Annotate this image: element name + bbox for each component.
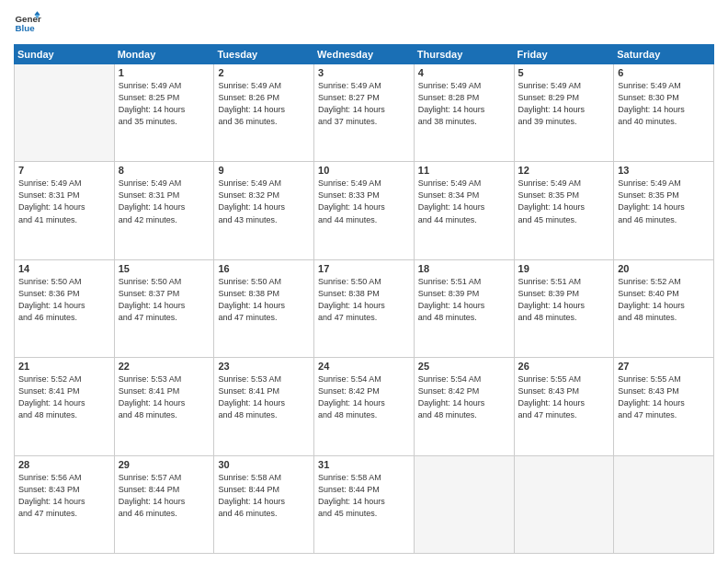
week-row: 1Sunrise: 5:49 AMSunset: 8:25 PMDaylight… xyxy=(15,64,714,162)
day-info: Sunrise: 5:54 AMSunset: 8:42 PMDaylight:… xyxy=(318,373,410,421)
day-number: 22 xyxy=(119,361,210,372)
day-cell: 15Sunrise: 5:50 AMSunset: 8:37 PMDayligh… xyxy=(114,259,214,357)
day-cell: 23Sunrise: 5:53 AMSunset: 8:41 PMDayligh… xyxy=(214,358,314,455)
day-cell: 14Sunrise: 5:50 AMSunset: 8:36 PMDayligh… xyxy=(15,259,115,357)
day-cell: 6Sunrise: 5:49 AMSunset: 8:30 PMDaylight… xyxy=(614,64,714,162)
day-number: 17 xyxy=(318,263,410,274)
day-cell: 22Sunrise: 5:53 AMSunset: 8:41 PMDayligh… xyxy=(114,358,214,455)
header: General Blue xyxy=(14,9,714,37)
day-info: Sunrise: 5:49 AMSunset: 8:35 PMDaylight:… xyxy=(518,178,610,225)
day-info: Sunrise: 5:49 AMSunset: 8:26 PMDaylight:… xyxy=(218,80,310,128)
day-number: 7 xyxy=(18,165,110,176)
day-cell: 2Sunrise: 5:49 AMSunset: 8:26 PMDaylight… xyxy=(214,64,314,162)
day-info: Sunrise: 5:49 AMSunset: 8:35 PMDaylight:… xyxy=(618,178,710,225)
day-cell: 27Sunrise: 5:55 AMSunset: 8:43 PMDayligh… xyxy=(614,358,714,455)
day-number: 18 xyxy=(418,263,510,274)
day-info: Sunrise: 5:50 AMSunset: 8:38 PMDaylight:… xyxy=(218,276,310,324)
day-info: Sunrise: 5:50 AMSunset: 8:36 PMDaylight:… xyxy=(18,276,110,324)
day-cell: 25Sunrise: 5:54 AMSunset: 8:42 PMDayligh… xyxy=(414,358,514,455)
day-info: Sunrise: 5:58 AMSunset: 8:44 PMDaylight:… xyxy=(318,472,410,520)
day-number: 11 xyxy=(418,165,510,176)
day-info: Sunrise: 5:57 AMSunset: 8:44 PMDaylight:… xyxy=(119,472,210,520)
day-info: Sunrise: 5:49 AMSunset: 8:32 PMDaylight:… xyxy=(218,178,310,225)
calendar-table: SundayMondayTuesdayWednesdayThursdayFrid… xyxy=(14,44,714,554)
day-number: 13 xyxy=(618,165,710,176)
week-row: 7Sunrise: 5:49 AMSunset: 8:31 PMDaylight… xyxy=(15,162,714,259)
day-number: 6 xyxy=(618,67,710,78)
day-number: 14 xyxy=(18,263,110,274)
day-number: 30 xyxy=(218,459,310,470)
day-header-saturday: Saturday xyxy=(614,45,714,64)
empty-day-cell xyxy=(614,455,714,553)
day-cell: 7Sunrise: 5:49 AMSunset: 8:31 PMDaylight… xyxy=(15,162,115,259)
day-cell: 11Sunrise: 5:49 AMSunset: 8:34 PMDayligh… xyxy=(414,162,514,259)
svg-text:Blue: Blue xyxy=(16,23,36,33)
logo: General Blue xyxy=(14,9,41,37)
day-info: Sunrise: 5:58 AMSunset: 8:44 PMDaylight:… xyxy=(218,472,310,520)
day-number: 9 xyxy=(218,165,310,176)
day-number: 15 xyxy=(119,263,210,274)
day-header-sunday: Sunday xyxy=(15,45,115,64)
day-info: Sunrise: 5:53 AMSunset: 8:41 PMDaylight:… xyxy=(119,373,210,421)
page: General Blue SundayMondayTuesdayWednesda… xyxy=(0,0,728,563)
day-cell: 8Sunrise: 5:49 AMSunset: 8:31 PMDaylight… xyxy=(114,162,214,259)
day-info: Sunrise: 5:49 AMSunset: 8:34 PMDaylight:… xyxy=(418,178,510,225)
day-info: Sunrise: 5:50 AMSunset: 8:37 PMDaylight:… xyxy=(119,276,210,324)
day-header-thursday: Thursday xyxy=(414,45,514,64)
day-number: 20 xyxy=(618,263,710,274)
day-cell: 10Sunrise: 5:49 AMSunset: 8:33 PMDayligh… xyxy=(314,162,415,259)
day-number: 27 xyxy=(618,361,710,372)
day-number: 29 xyxy=(119,459,210,470)
day-cell: 9Sunrise: 5:49 AMSunset: 8:32 PMDaylight… xyxy=(214,162,314,259)
day-cell: 29Sunrise: 5:57 AMSunset: 8:44 PMDayligh… xyxy=(114,455,214,553)
day-info: Sunrise: 5:51 AMSunset: 8:39 PMDaylight:… xyxy=(518,276,610,324)
day-cell: 21Sunrise: 5:52 AMSunset: 8:41 PMDayligh… xyxy=(15,358,115,455)
week-row: 21Sunrise: 5:52 AMSunset: 8:41 PMDayligh… xyxy=(15,358,714,455)
empty-day-cell xyxy=(414,455,514,553)
day-cell: 18Sunrise: 5:51 AMSunset: 8:39 PMDayligh… xyxy=(414,259,514,357)
day-info: Sunrise: 5:51 AMSunset: 8:39 PMDaylight:… xyxy=(418,276,510,324)
empty-day-cell xyxy=(15,64,115,162)
day-cell: 5Sunrise: 5:49 AMSunset: 8:29 PMDaylight… xyxy=(514,64,614,162)
day-info: Sunrise: 5:49 AMSunset: 8:30 PMDaylight:… xyxy=(618,80,710,128)
day-cell: 28Sunrise: 5:56 AMSunset: 8:43 PMDayligh… xyxy=(15,455,115,553)
day-info: Sunrise: 5:55 AMSunset: 8:43 PMDaylight:… xyxy=(618,373,710,421)
day-info: Sunrise: 5:49 AMSunset: 8:31 PMDaylight:… xyxy=(119,178,210,225)
day-cell: 24Sunrise: 5:54 AMSunset: 8:42 PMDayligh… xyxy=(314,358,415,455)
day-number: 10 xyxy=(318,165,410,176)
day-number: 25 xyxy=(418,361,510,372)
logo-icon: General Blue xyxy=(14,9,41,37)
day-number: 5 xyxy=(518,67,610,78)
day-info: Sunrise: 5:53 AMSunset: 8:41 PMDaylight:… xyxy=(218,373,310,421)
day-cell: 13Sunrise: 5:49 AMSunset: 8:35 PMDayligh… xyxy=(614,162,714,259)
day-info: Sunrise: 5:49 AMSunset: 8:27 PMDaylight:… xyxy=(318,80,410,128)
day-header-wednesday: Wednesday xyxy=(314,45,415,64)
day-info: Sunrise: 5:49 AMSunset: 8:28 PMDaylight:… xyxy=(418,80,510,128)
day-cell: 26Sunrise: 5:55 AMSunset: 8:43 PMDayligh… xyxy=(514,358,614,455)
calendar-header-row: SundayMondayTuesdayWednesdayThursdayFrid… xyxy=(15,45,714,64)
day-cell: 31Sunrise: 5:58 AMSunset: 8:44 PMDayligh… xyxy=(314,455,415,553)
day-number: 4 xyxy=(418,67,510,78)
day-number: 28 xyxy=(18,459,110,470)
day-header-monday: Monday xyxy=(114,45,214,64)
day-info: Sunrise: 5:49 AMSunset: 8:33 PMDaylight:… xyxy=(318,178,410,225)
day-info: Sunrise: 5:50 AMSunset: 8:38 PMDaylight:… xyxy=(318,276,410,324)
day-number: 16 xyxy=(218,263,310,274)
day-number: 24 xyxy=(318,361,410,372)
day-cell: 4Sunrise: 5:49 AMSunset: 8:28 PMDaylight… xyxy=(414,64,514,162)
day-info: Sunrise: 5:55 AMSunset: 8:43 PMDaylight:… xyxy=(518,373,610,421)
day-cell: 20Sunrise: 5:52 AMSunset: 8:40 PMDayligh… xyxy=(614,259,714,357)
day-info: Sunrise: 5:52 AMSunset: 8:40 PMDaylight:… xyxy=(618,276,710,324)
day-info: Sunrise: 5:49 AMSunset: 8:29 PMDaylight:… xyxy=(518,80,610,128)
day-info: Sunrise: 5:56 AMSunset: 8:43 PMDaylight:… xyxy=(18,472,110,520)
day-cell: 1Sunrise: 5:49 AMSunset: 8:25 PMDaylight… xyxy=(114,64,214,162)
day-info: Sunrise: 5:49 AMSunset: 8:31 PMDaylight:… xyxy=(18,178,110,225)
day-number: 19 xyxy=(518,263,610,274)
empty-day-cell xyxy=(514,455,614,553)
day-cell: 17Sunrise: 5:50 AMSunset: 8:38 PMDayligh… xyxy=(314,259,415,357)
day-number: 23 xyxy=(218,361,310,372)
day-header-friday: Friday xyxy=(514,45,614,64)
day-info: Sunrise: 5:49 AMSunset: 8:25 PMDaylight:… xyxy=(119,80,210,128)
day-number: 26 xyxy=(518,361,610,372)
day-number: 21 xyxy=(18,361,110,372)
